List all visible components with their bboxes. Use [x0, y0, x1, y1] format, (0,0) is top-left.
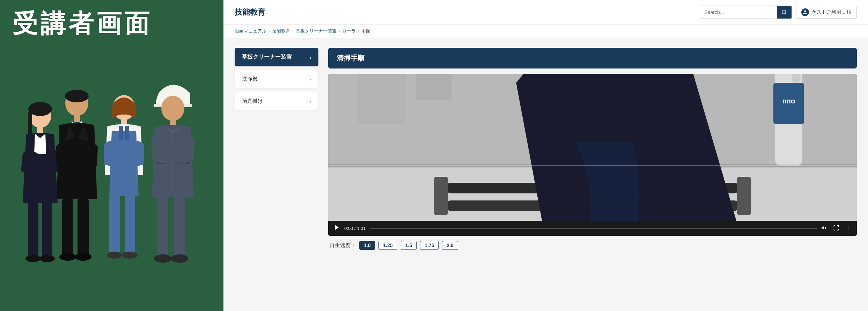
menu-item-2-label: 治具掛け	[242, 98, 263, 104]
user-label: ゲストご利用... 様	[812, 9, 852, 15]
breadcrumb: 動画マニュアル › 技能教育 › 基板クリーナー装置 › ローラ › 手順	[223, 24, 868, 38]
svg-rect-51	[416, 74, 451, 100]
svg-point-21	[107, 252, 122, 259]
svg-point-54	[848, 225, 848, 226]
svg-point-32	[171, 254, 188, 263]
menu-item-2[interactable]: 治具掛け ›	[235, 92, 318, 110]
breadcrumb-sep-2: ›	[292, 29, 294, 34]
svg-rect-5	[42, 202, 52, 258]
video-controls: 0:00 / 1:01	[328, 221, 857, 236]
speed-btn-125x[interactable]: 1.25	[378, 241, 397, 250]
svg-rect-40	[434, 177, 448, 215]
svg-point-24	[161, 96, 184, 121]
svg-point-7	[39, 255, 55, 262]
svg-rect-10	[74, 115, 80, 122]
svg-rect-47	[792, 74, 801, 83]
left-panel: 受講者画面	[0, 0, 223, 311]
site-logo: 技能教育	[235, 7, 265, 17]
header: 技能教育 ゲストご利用... 様	[223, 0, 868, 24]
breadcrumb-sep-3: ›	[339, 29, 340, 34]
menu-item-1-chevron: ›	[309, 77, 311, 82]
speed-label: 再生速度：	[330, 242, 356, 249]
breadcrumb-sep-4: ›	[358, 29, 359, 34]
speed-btn-175x[interactable]: 1.75	[420, 241, 439, 250]
breadcrumb-item-2[interactable]: 技能教育	[272, 28, 290, 34]
breadcrumb-current: 手順	[361, 28, 370, 34]
play-button[interactable]	[334, 224, 340, 232]
header-right: ゲストご利用... 様	[700, 6, 857, 19]
menu-item-2-chevron: ›	[309, 99, 311, 104]
menu-item-1-label: 洗浄機	[242, 76, 258, 82]
menu-item-1[interactable]: 洗浄機 ›	[235, 70, 318, 88]
svg-point-9	[65, 90, 89, 102]
breadcrumb-item-3[interactable]: 基板クリーナー装置	[296, 28, 337, 34]
speed-controls: 再生速度： 1.0 1.25 1.5 1.75 2.0	[328, 241, 857, 250]
main-content: 基板クリーナー装置 › 洗浄機 › 治具掛け › 清掃手順	[223, 38, 868, 311]
menu-active-item[interactable]: 基板クリーナー装置 ›	[235, 48, 318, 66]
svg-rect-12	[78, 198, 89, 256]
svg-point-55	[848, 227, 848, 228]
fullscreen-button[interactable]	[833, 225, 839, 232]
svg-rect-4	[28, 202, 38, 258]
svg-rect-18	[125, 126, 129, 140]
svg-marker-53	[822, 226, 824, 230]
svg-point-22	[122, 252, 138, 259]
svg-point-56	[848, 229, 848, 230]
svg-rect-19	[109, 195, 120, 254]
svg-line-34	[786, 13, 787, 14]
svg-rect-30	[174, 197, 185, 258]
breadcrumb-item-4[interactable]: ローラ	[342, 28, 356, 34]
video-container: nno	[328, 74, 857, 236]
svg-rect-50	[358, 74, 405, 124]
svg-rect-29	[157, 197, 168, 258]
svg-marker-52	[335, 225, 339, 230]
user-info[interactable]: ゲストご利用... 様	[796, 6, 857, 19]
search-input[interactable]	[700, 6, 777, 19]
svg-point-14	[75, 253, 91, 261]
svg-rect-20	[125, 195, 135, 254]
svg-rect-17	[119, 126, 123, 140]
svg-point-6	[25, 255, 41, 262]
video-preview[interactable]: nno	[328, 74, 857, 221]
breadcrumb-sep-1: ›	[269, 29, 270, 34]
svg-point-13	[59, 253, 76, 261]
breadcrumb-item-1[interactable]: 動画マニュアル	[235, 28, 266, 34]
right-panel: 技能教育 ゲストご利用... 様 動画マニュアル	[223, 0, 868, 311]
menu-active-label: 基板クリーナー装置	[242, 53, 292, 61]
people-illustration	[7, 59, 216, 311]
speed-btn-1x[interactable]: 1.0	[359, 241, 375, 250]
content-area: 清掃手順	[328, 48, 857, 301]
svg-rect-49	[328, 165, 857, 166]
volume-button[interactable]	[821, 225, 827, 232]
speed-btn-15x[interactable]: 1.5	[401, 241, 417, 250]
svg-point-33	[782, 10, 786, 14]
svg-rect-11	[62, 198, 73, 256]
control-icons	[821, 225, 851, 232]
menu-active-chevron: ›	[310, 55, 311, 60]
search-button[interactable]	[777, 6, 792, 19]
left-panel-title: 受講者画面	[0, 0, 223, 47]
progress-bar[interactable]	[370, 228, 817, 229]
svg-rect-41	[737, 177, 751, 215]
svg-point-31	[154, 254, 171, 263]
user-icon	[801, 8, 809, 16]
content-title: 清掃手順	[328, 48, 857, 68]
time-display: 0:00 / 1:01	[344, 226, 366, 231]
speed-btn-2x[interactable]: 2.0	[442, 241, 458, 250]
left-menu: 基板クリーナー装置 › 洗浄機 › 治具掛け ›	[235, 48, 318, 301]
svg-text:nno: nno	[782, 97, 795, 105]
more-options-button[interactable]	[845, 225, 851, 232]
search-box	[700, 6, 792, 19]
